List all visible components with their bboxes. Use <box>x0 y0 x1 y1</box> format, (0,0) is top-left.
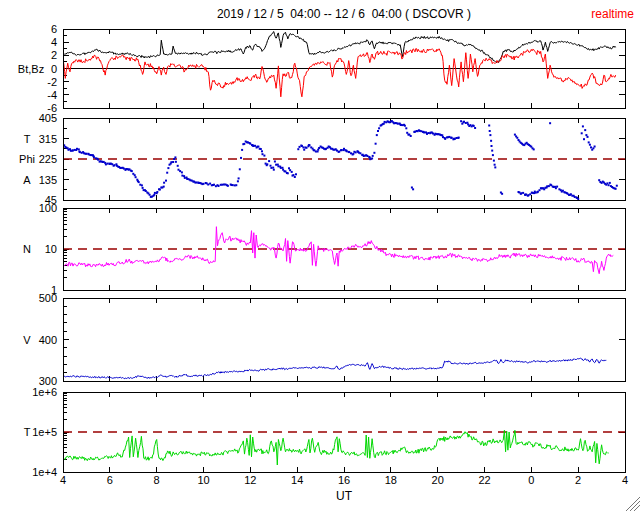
resize-grip <box>626 497 640 511</box>
svg-text:1e+6: 1e+6 <box>32 386 57 398</box>
svg-text:100: 100 <box>39 202 57 214</box>
solar-wind-plot-window: 2019 / 12 / 5 04:00 -- 12 / 6 04:00 ( DS… <box>0 0 640 512</box>
svg-text:T: T <box>24 133 31 145</box>
svg-text:Phi: Phi <box>19 153 35 165</box>
svg-text:16: 16 <box>338 474 350 486</box>
svg-text:500: 500 <box>39 292 57 304</box>
svg-text:Bt,Bz: Bt,Bz <box>18 63 44 75</box>
series-bz <box>63 49 616 97</box>
svg-text:-4: -4 <box>47 89 57 101</box>
svg-text:14: 14 <box>291 474 303 486</box>
svg-text:18: 18 <box>385 474 397 486</box>
svg-text:2: 2 <box>575 474 581 486</box>
svg-text:6: 6 <box>51 23 57 35</box>
svg-text:405: 405 <box>39 112 57 124</box>
svg-text:4: 4 <box>51 36 57 48</box>
svg-text:10: 10 <box>197 474 209 486</box>
panel-angle: 40531522513545TPhiA <box>19 112 625 206</box>
panel-speed: 500400300V <box>23 292 625 387</box>
svg-text:T: T <box>24 426 31 438</box>
timeseries-chart: 6420-2-4-6Bt,Bz40531522513545TPhiA100101… <box>0 0 640 512</box>
svg-text:22: 22 <box>478 474 490 486</box>
series-t <box>63 430 609 465</box>
svg-text:10: 10 <box>45 243 57 255</box>
svg-text:20: 20 <box>432 474 444 486</box>
panel-density: 100101N <box>23 202 625 296</box>
svg-text:A: A <box>23 174 31 186</box>
svg-text:4: 4 <box>60 474 66 486</box>
svg-text:1e+4: 1e+4 <box>32 466 57 478</box>
svg-text:V: V <box>23 334 31 346</box>
panel-temperature: 1e+61e+51e+4T <box>24 386 625 478</box>
svg-text:6: 6 <box>107 474 113 486</box>
svg-text:0: 0 <box>528 474 534 486</box>
svg-text:315: 315 <box>39 133 57 145</box>
panel-field: 6420-2-4-6Bt,Bz <box>18 23 625 114</box>
x-axis-unit-label: UT <box>63 489 625 503</box>
series-bt <box>63 32 616 63</box>
svg-text:4: 4 <box>622 474 628 486</box>
svg-text:135: 135 <box>39 174 57 186</box>
svg-text:2: 2 <box>51 49 57 61</box>
series-phi <box>62 120 618 200</box>
svg-text:12: 12 <box>244 474 256 486</box>
series-n <box>63 227 613 274</box>
svg-text:1e+5: 1e+5 <box>32 426 57 438</box>
svg-text:0: 0 <box>51 63 57 75</box>
svg-text:400: 400 <box>39 334 57 346</box>
svg-text:N: N <box>23 243 31 255</box>
svg-text:8: 8 <box>154 474 160 486</box>
svg-text:-2: -2 <box>47 76 57 88</box>
series-v <box>63 358 606 379</box>
svg-text:225: 225 <box>39 153 57 165</box>
